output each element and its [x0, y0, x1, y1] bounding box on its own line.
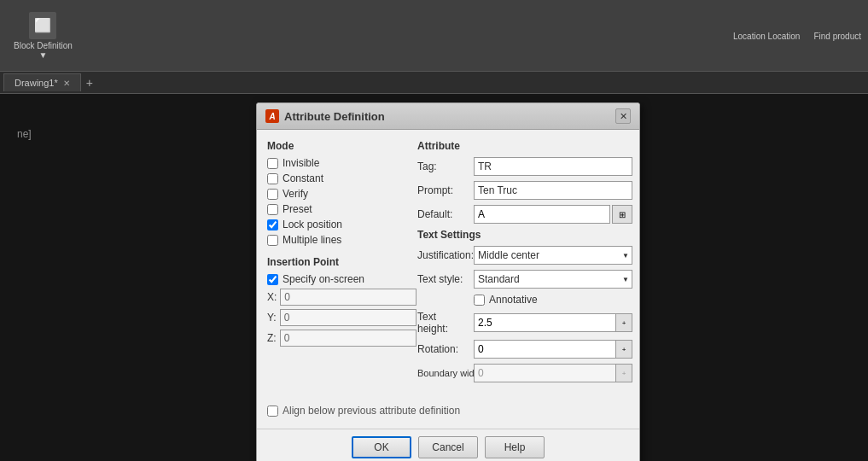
text-height-input[interactable] [474, 313, 615, 332]
constant-checkbox[interactable] [267, 173, 278, 184]
tab-label: Drawing1* [15, 78, 58, 88]
x-label: X: [267, 291, 277, 303]
boundary-width-label: Boundary width: [417, 368, 469, 378]
insertion-point-section: Insertion Point Specify on-screen X: Y: [267, 256, 404, 347]
tag-label: Tag: [417, 160, 469, 172]
multiple-lines-checkbox[interactable] [267, 235, 278, 246]
text-style-select-wrapper: Standard Arial Romans [474, 270, 632, 289]
dialog-close-button[interactable]: ✕ [615, 108, 631, 124]
prompt-label: Prompt: [417, 184, 469, 196]
ok-button[interactable]: OK [352, 436, 411, 458]
invisible-label: Invisible [283, 157, 319, 169]
boundary-width-spinner-button[interactable]: + [615, 364, 632, 382]
y-label: Y: [267, 312, 277, 324]
text-style-label: Text style: [417, 273, 469, 285]
default-field-row: Default: ⊞ [417, 205, 632, 224]
default-label: Default: [417, 208, 469, 220]
dialog-left-column: Mode Invisible Constant Verify [267, 140, 404, 388]
annotative-checkbox-row: Annotative [474, 294, 632, 306]
align-checkbox-row: Align below previous attribute definitio… [267, 405, 629, 417]
attribute-section-title: Attribute [417, 140, 632, 152]
z-coord-row: Z: [267, 330, 404, 347]
attribute-definition-dialog: A Attribute Definition ✕ Mode Invisible [256, 102, 640, 461]
annotative-checkbox[interactable] [474, 295, 485, 306]
dialog-title-icon: A [265, 109, 279, 123]
verify-label: Verify [283, 188, 308, 200]
text-style-select[interactable]: Standard Arial Romans [474, 270, 632, 289]
text-style-field-row: Text style: Standard Arial Romans [417, 270, 632, 289]
invisible-checkbox[interactable] [267, 158, 278, 169]
drawing-tab[interactable]: Drawing1* ✕ [3, 73, 81, 91]
justification-select-wrapper: Middle center Left Center Right [474, 246, 632, 265]
toolbar: ⬜ Block Definition ▼ Location Location F… [0, 0, 868, 72]
dialog-title-left: A Attribute Definition [265, 109, 385, 123]
dialog-right-column: Attribute Tag: Prompt: Default: [417, 140, 632, 388]
dropdown-arrow-icon: ▼ [39, 50, 48, 60]
cancel-button[interactable]: Cancel [418, 436, 478, 458]
preset-checkbox-row: Preset [267, 203, 404, 215]
mode-section-title: Mode [267, 140, 404, 152]
justification-field-row: Justification: Middle center Left Center… [417, 246, 632, 265]
new-tab-button[interactable]: + [81, 76, 98, 90]
rotation-spinner-button[interactable]: + [615, 340, 632, 359]
justification-select[interactable]: Middle center Left Center Right [474, 246, 632, 265]
y-coord-row: Y: [267, 309, 404, 326]
invisible-checkbox-row: Invisible [267, 157, 404, 169]
x-coord-row: X: [267, 289, 404, 306]
default-field-wrapper: ⊞ [474, 205, 632, 224]
boundary-width-spinner: + [474, 364, 632, 382]
dialog-columns: Mode Invisible Constant Verify [267, 140, 629, 388]
dialog-overlay: A Attribute Definition ✕ Mode Invisible [0, 94, 868, 461]
specify-onscreen-checkbox[interactable] [267, 274, 278, 285]
x-input[interactable] [280, 289, 417, 306]
rotation-spinner: + [474, 340, 632, 359]
constant-checkbox-row: Constant [267, 172, 404, 184]
rotation-input[interactable] [474, 340, 615, 359]
z-label: Z: [267, 332, 277, 344]
block-definition-group[interactable]: ⬜ Block Definition ▼ [7, 9, 79, 63]
boundary-width-field-row: Boundary width: + [417, 364, 632, 382]
dialog-buttons: OK Cancel Help [257, 429, 639, 461]
text-height-field-row: Text height: + [417, 311, 632, 335]
text-height-spinner: + [474, 313, 632, 332]
specify-onscreen-row: Specify on-screen [267, 273, 404, 285]
preset-checkbox[interactable] [267, 204, 278, 215]
default-input[interactable] [474, 205, 610, 224]
insertion-point-title: Insertion Point [267, 256, 404, 268]
align-checkbox[interactable] [267, 406, 278, 417]
toolbar-right: Location Location Find product [726, 0, 868, 72]
constant-label: Constant [283, 172, 323, 184]
z-input[interactable] [280, 330, 417, 347]
lock-position-label: Lock position [283, 219, 342, 230]
help-button[interactable]: Help [485, 436, 545, 458]
canvas-area: ne] A Attribute Definition ✕ Mode [0, 94, 868, 461]
y-input[interactable] [280, 309, 417, 326]
text-settings-title: Text Settings [417, 229, 632, 241]
dialog-title-text: Attribute Definition [284, 110, 385, 123]
boundary-width-input[interactable] [474, 364, 615, 382]
prompt-field-row: Prompt: [417, 181, 632, 200]
tag-input[interactable] [474, 157, 632, 176]
align-label: Align below previous attribute definitio… [283, 405, 460, 417]
lock-position-checkbox[interactable] [267, 219, 278, 230]
text-height-label: Text height: [417, 311, 469, 335]
find-product-button[interactable]: Find product [807, 28, 868, 44]
block-definition-label: Block Definition [14, 41, 73, 50]
text-height-spinner-button[interactable]: + [615, 313, 632, 332]
verify-checkbox[interactable] [267, 189, 278, 200]
multiple-lines-checkbox-row: Multiple lines [267, 234, 404, 246]
prompt-input[interactable] [474, 181, 632, 200]
preset-label: Preset [283, 203, 312, 215]
rotation-field-row: Rotation: + [417, 340, 632, 359]
dialog-titlebar: A Attribute Definition ✕ [257, 103, 639, 130]
tab-close-icon[interactable]: ✕ [63, 79, 70, 88]
location-button[interactable]: Location Location [726, 28, 807, 44]
justification-label: Justification: [417, 249, 469, 261]
block-icon: ⬜ [29, 12, 56, 39]
default-browse-button[interactable]: ⊞ [612, 205, 632, 224]
specify-onscreen-label: Specify on-screen [283, 273, 364, 285]
tabbar: Drawing1* ✕ + [0, 72, 868, 94]
multiple-lines-label: Multiple lines [283, 234, 341, 246]
tag-field-row: Tag: [417, 157, 632, 176]
annotative-label: Annotative [489, 294, 538, 306]
